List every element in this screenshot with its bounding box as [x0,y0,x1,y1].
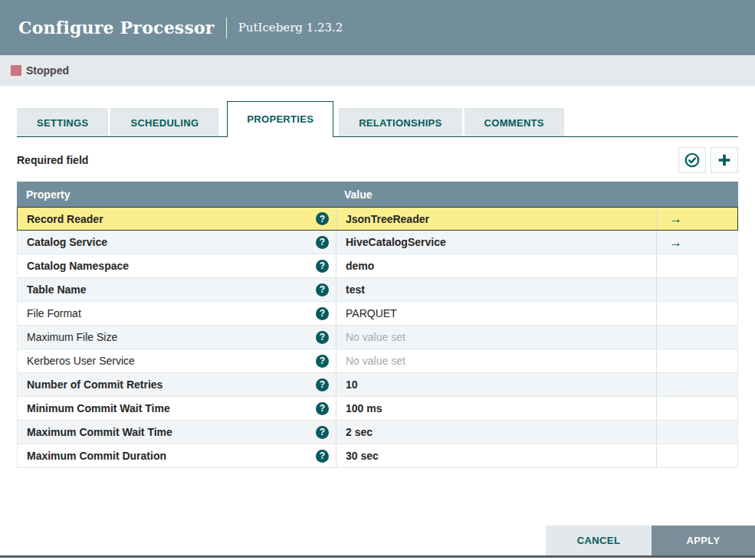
property-cell: Catalog Namespace ? [18,254,336,277]
value-cell[interactable]: 100 ms [336,397,656,420]
property-cell: Number of Commit Retries ? [18,373,336,396]
cancel-button[interactable]: CANCEL [546,526,652,555]
help-icon[interactable]: ? [316,307,329,320]
property-cell: File Format ? [18,302,336,325]
property-value: 100 ms [346,402,382,414]
property-value: No value set [346,355,405,367]
apply-button[interactable]: APPLY [652,526,755,555]
status-label: Stopped [26,64,69,77]
required-field-label: Required field [17,154,674,166]
property-name: Table Name [27,283,316,296]
property-value: 2 sec [346,426,373,438]
table-row[interactable]: Number of Commit Retries ? 10 → [17,373,738,397]
table-row[interactable]: Catalog Service ? HiveCatalogService → [17,231,738,254]
value-cell[interactable]: No value set [336,326,656,349]
tab-scheduling[interactable]: SCHEDULING [110,108,218,136]
title-divider [226,18,227,38]
property-name: Minimum Commit Wait Time [27,402,316,414]
tab-label: RELATIONSHIPS [359,117,442,129]
verify-properties-button[interactable] [678,147,706,173]
value-cell[interactable]: JsonTreeReader [336,208,656,230]
help-icon[interactable]: ? [316,402,329,415]
goto-cell: → [656,397,737,420]
help-icon[interactable]: ? [316,212,329,225]
stopped-status-icon [11,65,21,76]
property-value: demo [346,260,374,272]
tab-settings[interactable]: SETTINGS [17,108,108,136]
property-cell: Minimum Commit Wait Time ? [18,397,336,420]
property-name: File Format [27,307,316,319]
table-row[interactable]: Maximum File Size ? No value set → [17,326,738,349]
table-row[interactable]: Maximum Commit Duration ? 30 sec → [17,444,738,468]
add-property-button[interactable] [711,147,738,173]
help-icon[interactable]: ? [316,260,329,273]
property-name: Record Reader [27,213,316,225]
dialog-title: Configure Processor [18,18,215,38]
goto-cell: → [656,373,737,396]
property-name: Catalog Service [27,236,316,248]
goto-cell: → [656,421,737,444]
property-value: 10 [346,378,358,391]
property-cell: Record Reader ? [18,208,336,230]
plus-icon [716,152,733,169]
goto-cell: → [656,349,737,372]
value-cell[interactable]: demo [336,254,656,277]
help-icon[interactable]: ? [316,236,329,249]
goto-cell: → [656,254,737,277]
value-cell[interactable]: 2 sec [336,421,656,444]
table-row[interactable]: Maximum Commit Wait Time ? 2 sec → [17,421,738,444]
goto-cell: → [656,231,737,254]
goto-cell: → [656,278,737,301]
help-icon[interactable]: ? [316,426,329,439]
dialog-titlebar: Configure Processor PutIceberg 1.23.2 [0,0,755,55]
tab-properties[interactable]: PROPERTIES [227,101,333,136]
goto-cell: → [656,302,737,325]
column-header-value: Value [335,188,655,201]
table-row[interactable]: Minimum Commit Wait Time ? 100 ms → [17,397,738,421]
value-cell[interactable]: test [336,278,656,301]
goto-cell: → [656,208,737,230]
table-row[interactable]: Record Reader ? JsonTreeReader → [17,207,738,231]
property-name: Catalog Namespace [27,260,316,272]
processor-type-version: PutIceberg 1.23.2 [238,21,343,34]
help-icon[interactable]: ? [316,331,329,344]
tab-label: SCHEDULING [130,117,199,129]
value-cell[interactable]: No value set [336,349,656,372]
table-body: Record Reader ? JsonTreeReader → Catalog… [17,207,738,468]
goto-service-icon[interactable]: → [669,236,682,249]
properties-toolbar: Required field [17,147,738,173]
help-icon[interactable]: ? [316,450,329,463]
value-cell[interactable]: PARQUET [336,302,656,325]
tab-comments[interactable]: COMMENTS [464,108,564,136]
tab-relationships[interactable]: RELATIONSHIPS [339,108,461,136]
help-icon[interactable]: ? [316,378,329,391]
help-icon[interactable]: ? [316,283,329,296]
property-cell: Maximum Commit Duration ? [18,444,336,467]
property-cell: Maximum File Size ? [18,326,336,349]
properties-table: Property Value Record Reader ? JsonTreeR… [17,182,738,468]
column-header-property: Property [17,188,335,201]
goto-cell: → [656,444,737,467]
tab-bar: SETTINGS SCHEDULING PROPERTIES RELATIONS… [17,102,738,137]
property-name: Kerberos User Service [27,355,316,367]
processor-status-bar: Stopped [0,55,755,86]
table-row[interactable]: Kerberos User Service ? No value set → [17,349,738,373]
tab-label: PROPERTIES [247,113,313,125]
property-name: Maximum Commit Duration [27,450,316,462]
help-icon[interactable]: ? [316,355,329,368]
value-cell[interactable]: HiveCatalogService [336,231,656,254]
property-value: 30 sec [346,450,379,462]
value-cell[interactable]: 10 [336,373,656,396]
table-row[interactable]: Catalog Namespace ? demo → [17,254,738,278]
table-row[interactable]: Table Name ? test → [17,278,738,302]
value-cell[interactable]: 30 sec [336,444,656,467]
property-name: Maximum File Size [27,331,316,343]
property-name: Maximum Commit Wait Time [27,426,316,438]
property-value: HiveCatalogService [346,236,446,248]
table-row[interactable]: File Format ? PARQUET → [17,302,738,326]
goto-service-icon[interactable]: → [669,212,682,225]
property-value: test [346,283,365,296]
property-value: JsonTreeReader [346,213,429,225]
property-cell: Maximum Commit Wait Time ? [18,421,336,444]
property-cell: Kerberos User Service ? [18,349,336,372]
